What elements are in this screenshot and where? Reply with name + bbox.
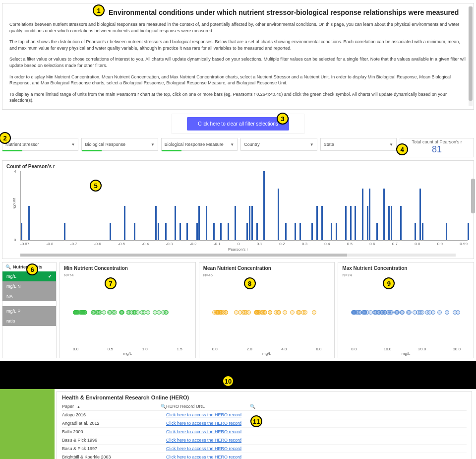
bar[interactable] [251, 206, 253, 241]
data-point [216, 310, 220, 315]
clear-filters-button[interactable]: Click here to clear all filter selection… [187, 117, 289, 131]
intro-p5: To display a more limited range of units… [9, 91, 467, 104]
data-point [290, 310, 295, 315]
chevron-down-icon: ▼ [71, 142, 75, 147]
intro-p3: Select a filter value or values to chose… [9, 56, 467, 68]
bar[interactable] [362, 189, 363, 240]
bar[interactable] [64, 223, 65, 240]
data-point [283, 310, 287, 315]
bar[interactable] [249, 206, 250, 241]
data-point [356, 310, 360, 315]
bar[interactable] [321, 206, 323, 241]
bar[interactable] [155, 206, 157, 241]
chart-subtitle: N=74 [342, 273, 470, 277]
hero-record-link[interactable]: Click here to access the HERO record [166, 429, 241, 434]
bar[interactable] [186, 223, 188, 240]
bar[interactable] [415, 223, 416, 240]
bar[interactable] [246, 223, 248, 240]
chart-hscroll-thumb[interactable] [20, 254, 347, 257]
bar[interactable] [388, 206, 390, 241]
table-row: Angradi et al. 2012Click here to access … [62, 419, 467, 428]
bar[interactable] [28, 206, 30, 241]
bar[interactable] [256, 223, 258, 240]
bar[interactable] [235, 206, 236, 241]
chevron-down-icon: ▼ [310, 142, 314, 147]
col-header-paper[interactable]: Paper ▲ 🔍 [62, 404, 166, 409]
bar[interactable] [110, 223, 111, 240]
unit-item-NA[interactable]: NA [2, 291, 56, 301]
bar[interactable] [468, 223, 469, 240]
filter-label: Nutrient Stressor [5, 142, 39, 147]
bar[interactable] [165, 223, 167, 240]
bar[interactable] [345, 206, 347, 241]
x-axis-ticks: 0.02.04.06.0 [212, 347, 322, 351]
unit-item-ratio[interactable]: ratio [2, 316, 56, 326]
bar[interactable] [350, 206, 352, 241]
bar[interactable] [295, 223, 296, 240]
chart-hscroll-track [20, 254, 456, 257]
bar[interactable] [179, 223, 181, 240]
paper-cell: Basu & Pick 1996 [62, 438, 166, 443]
bar[interactable] [419, 189, 421, 240]
bar[interactable] [220, 223, 222, 240]
unit-item-mgLN[interactable]: mg/L N [2, 281, 56, 291]
filter-state[interactable]: State▼ [320, 138, 397, 151]
bar[interactable] [213, 223, 215, 240]
check-icon: ✔ [48, 274, 52, 279]
filter-country[interactable]: Country▼ [240, 138, 317, 151]
hero-record-link[interactable]: Click here to access the HERO record [166, 446, 241, 451]
chart-plot-area[interactable] [73, 280, 182, 345]
bar[interactable] [376, 223, 378, 240]
bar[interactable] [391, 206, 392, 241]
chart-plot-area[interactable] [212, 280, 322, 345]
bar[interactable] [311, 223, 313, 240]
data-point [111, 310, 116, 315]
bar[interactable] [175, 206, 176, 241]
filter-nutrient-stressor[interactable]: Nutrient Stressor▼ [2, 138, 78, 151]
bar[interactable] [228, 223, 229, 240]
bar[interactable] [206, 206, 207, 241]
bar[interactable] [196, 223, 198, 240]
bar[interactable] [299, 223, 301, 240]
bar[interactable] [400, 206, 402, 241]
intro-p4: In order to display Min Nutrient Concent… [9, 74, 467, 86]
bar[interactable] [285, 223, 287, 240]
page-scrollbar-thumb[interactable] [471, 179, 475, 213]
bar[interactable] [446, 223, 447, 240]
bar[interactable] [316, 206, 318, 241]
bar[interactable] [21, 223, 22, 240]
bar[interactable] [278, 189, 279, 240]
bar[interactable] [369, 189, 370, 240]
bar[interactable] [158, 223, 159, 240]
bar[interactable] [422, 223, 423, 240]
col-header-url[interactable]: HERO Record URL 🔍 [166, 404, 255, 409]
hero-record-link[interactable]: Click here to access the HERO record [166, 412, 241, 417]
chart-plot-area[interactable] [351, 280, 461, 345]
search-icon[interactable]: 🔍 [161, 404, 166, 409]
divider-band: 10 [0, 361, 476, 389]
sort-asc-icon: ▲ [77, 405, 80, 408]
callout-6: 6 [26, 263, 38, 275]
kpi-value: 81 [402, 144, 472, 155]
chart-plot-area[interactable]: Count 4 2 0 [20, 171, 468, 241]
bar[interactable] [331, 223, 332, 240]
hero-record-link[interactable]: Click here to access the HERO record [166, 438, 241, 443]
filter-biological-response[interactable]: Biological Response▼ [81, 138, 158, 151]
chart-title: Count of Pearson's r [6, 164, 470, 169]
bar[interactable] [198, 206, 200, 241]
unit-item-mgLP[interactable]: mg/L P [2, 306, 56, 316]
bar[interactable] [355, 206, 356, 241]
search-icon[interactable]: 🔍 [250, 404, 255, 409]
bar[interactable] [124, 206, 125, 241]
filter-biological-response-measure[interactable]: Biological Response Measure▼ [161, 138, 238, 151]
bar[interactable] [134, 223, 135, 240]
bar[interactable] [383, 189, 385, 240]
panel-scrollbar-thumb[interactable] [469, 6, 473, 101]
hero-record-link[interactable]: Click here to access the HERO record [166, 421, 241, 426]
bar[interactable] [367, 206, 368, 241]
hero-record-link[interactable]: Click here to access the HERO record [166, 455, 241, 459]
bar[interactable] [263, 171, 265, 240]
data-point [268, 310, 272, 315]
unit-item-blank[interactable] [2, 301, 56, 306]
bar[interactable] [336, 223, 337, 240]
